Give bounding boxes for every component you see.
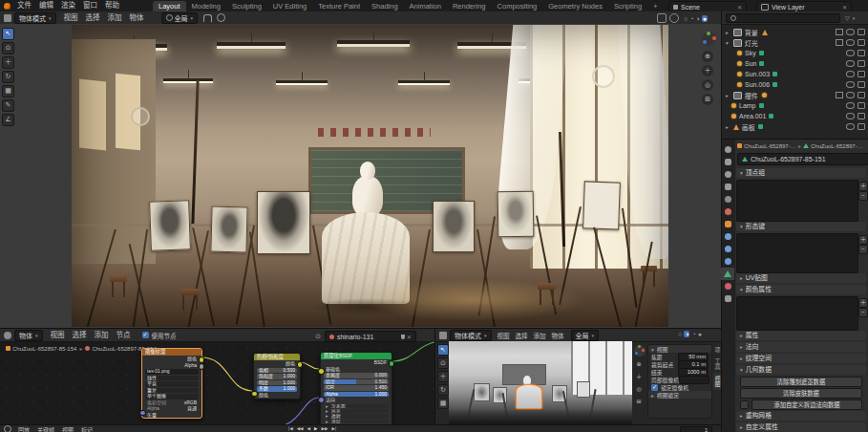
timeline-menu-playback[interactable]: 回放 xyxy=(14,425,33,432)
scale-tool[interactable]: ▦ xyxy=(2,85,14,97)
workspace-tab-shading[interactable]: Shading xyxy=(366,1,404,11)
perspective-gizmo[interactable]: ⊞ xyxy=(702,94,713,105)
rotate-tool[interactable]: ↻ xyxy=(437,384,449,396)
add-vertex-group-button[interactable]: ＋ xyxy=(858,182,868,191)
add-shape-key-button[interactable]: ＋ xyxy=(858,235,868,245)
shape-keys-panel-header[interactable]: ▾形态键 xyxy=(736,222,866,231)
scale-tool[interactable]: ▦ xyxy=(437,398,449,409)
remove-color-attribute-button[interactable]: − xyxy=(858,308,868,317)
viewport-menu-view[interactable]: 视图 xyxy=(60,12,82,24)
prev-keyframe-button[interactable]: ◀◀ xyxy=(295,426,306,431)
node-header[interactable]: 原理化BSDF xyxy=(321,353,392,359)
outliner-search-input[interactable] xyxy=(726,13,840,23)
section-coat[interactable]: ▸涂层 xyxy=(324,420,389,424)
custom-properties-panel-header[interactable]: ▸自定义属性 xyxy=(736,422,866,432)
shape-keys-list[interactable] xyxy=(736,233,858,273)
filter-icon[interactable]: ▽ xyxy=(845,14,850,21)
hide-viewport-icon[interactable] xyxy=(846,81,855,88)
hide-viewport-icon[interactable] xyxy=(846,102,855,109)
hide-viewport-icon[interactable] xyxy=(846,71,855,77)
jump-to-start-button[interactable]: |◀ xyxy=(286,426,295,431)
vector-input-socket[interactable] xyxy=(139,410,146,417)
geometry-data-panel-header[interactable]: ▾几何数据 xyxy=(736,365,866,375)
outliner-row-light[interactable]: Sun.006 xyxy=(722,79,868,90)
menu-add[interactable]: 添加 xyxy=(531,331,549,340)
workspace-tab-geometry-nodes[interactable]: Geometry Nodes xyxy=(542,1,608,11)
camera-view-gizmo[interactable]: ◎ xyxy=(702,79,713,91)
color-attributes-panel-header[interactable]: ▾颜色属性 xyxy=(736,285,866,294)
shading-solid-button[interactable]: ◑ xyxy=(684,331,689,337)
navigation-gizmo[interactable] xyxy=(702,32,716,46)
properties-tab-material[interactable] xyxy=(721,280,734,292)
ior-slider[interactable]: IOR1.450 xyxy=(324,385,389,391)
show-gizmo-toggle[interactable] xyxy=(657,13,667,23)
transform-orientation-dropdown[interactable]: 全局▾ xyxy=(571,330,600,341)
bsdf-output-socket[interactable] xyxy=(389,360,395,367)
close-icon[interactable]: ✕ xyxy=(842,4,847,11)
select-box-tool[interactable]: ↖ xyxy=(437,344,449,356)
disable-render-icon[interactable] xyxy=(857,102,865,109)
timeline-menu-marker[interactable]: 标记 xyxy=(77,425,96,432)
tab-tool[interactable]: 工具 xyxy=(712,356,721,373)
workspace-tab-modeling[interactable]: Modeling xyxy=(186,1,226,11)
node-header[interactable]: 图像纹理 xyxy=(142,349,201,356)
blender-logo-icon[interactable] xyxy=(4,3,11,10)
alpha-output-socket[interactable] xyxy=(199,363,205,370)
outliner-row-collection[interactable]: ▸背景 xyxy=(722,27,868,37)
color-output-socket[interactable] xyxy=(297,361,304,368)
annotate-tool[interactable]: ✎ xyxy=(2,99,14,112)
tab-view[interactable]: 视图 xyxy=(712,373,721,390)
close-icon[interactable]: ✕ xyxy=(737,4,742,11)
workspace-tab-rendering[interactable]: Rendering xyxy=(447,1,492,11)
rotate-tool[interactable]: ↻ xyxy=(2,71,14,83)
menu-view[interactable]: 视图 xyxy=(495,331,513,340)
zoom-gizmo[interactable]: ⊕ xyxy=(702,51,713,62)
shading-material-button[interactable]: ◑ xyxy=(695,15,699,22)
workspace-tab-uv-editing[interactable]: UV Editing xyxy=(267,1,312,11)
normals-panel-header[interactable]: ▸法向 xyxy=(736,342,866,352)
cursor-tool[interactable]: ⊙ xyxy=(2,42,14,54)
toggle-icon[interactable] xyxy=(740,400,749,409)
screen-icon[interactable] xyxy=(836,92,843,98)
clear-sculpt-mask-button[interactable]: 清除雕刻遮罩数据 xyxy=(740,377,862,387)
hide-viewport-icon[interactable] xyxy=(846,123,855,130)
principled-bsdf-node[interactable]: 原理化BSDF BSDF 基础色 金属度0.000 糙度0.500 IOR1.4… xyxy=(320,352,392,425)
uv-maps-panel-header[interactable]: ▸UV贴图 xyxy=(736,273,866,283)
menu-file[interactable]: 文件 xyxy=(13,0,35,11)
node-header[interactable]: 色相/饱和度 xyxy=(254,354,300,360)
menu-render[interactable]: 渲染 xyxy=(57,0,79,11)
transform-orientation-dropdown[interactable]: 全局▾ xyxy=(161,12,199,24)
disable-render-icon[interactable] xyxy=(857,113,865,119)
outliner-row-light[interactable]: Sun.003 xyxy=(722,69,868,79)
outliner-row-light[interactable]: Area.001 xyxy=(722,111,868,121)
move-tool[interactable]: ＋ xyxy=(437,371,449,382)
select-box-tool[interactable]: ↖ xyxy=(2,28,14,40)
shading-rendered-button[interactable]: ● xyxy=(702,15,708,22)
disable-render-icon[interactable] xyxy=(857,123,865,130)
camera-view-gizmo[interactable]: ◎ xyxy=(634,384,644,394)
image-texture-node[interactable]: 图像纹理 颜色 Alpha tex-01.png 线性 平直 重复 单个图像 色… xyxy=(141,348,202,419)
hide-viewport-icon[interactable] xyxy=(846,113,855,119)
properties-tab-output[interactable] xyxy=(721,168,734,181)
solid-selected-table[interactable] xyxy=(516,384,542,409)
navigation-gizmo[interactable] xyxy=(634,345,646,356)
extension-dropdown[interactable]: 重复 xyxy=(145,388,199,394)
chevron-down-icon[interactable]: ▾ xyxy=(853,15,856,21)
zoom-gizmo[interactable]: ⊕ xyxy=(634,359,644,369)
properties-tab-texture[interactable] xyxy=(721,292,734,305)
vertex-groups-list[interactable] xyxy=(736,180,858,222)
workspace-tab-animation[interactable]: Animation xyxy=(404,1,447,11)
section-subsurface[interactable]: ▸次表面 xyxy=(324,404,389,409)
workspace-tab-scripting[interactable]: Scripting xyxy=(608,1,647,11)
viewport-menu-select[interactable]: 选择 xyxy=(82,12,104,24)
play-button[interactable]: ▶ xyxy=(312,426,319,431)
shading-material-button[interactable]: ◔ xyxy=(691,331,695,337)
mode-dropdown[interactable]: 物体模式▾ xyxy=(14,12,56,24)
remove-shape-key-button[interactable]: − xyxy=(858,245,868,254)
shading-rendered-button[interactable]: ● xyxy=(698,331,702,337)
hide-viewport-icon[interactable] xyxy=(846,39,855,46)
disable-render-icon[interactable] xyxy=(857,39,865,46)
metallic-slider[interactable]: 金属度0.000 xyxy=(324,373,389,378)
cursor-tool[interactable]: ⊙ xyxy=(437,357,449,369)
hide-viewport-icon[interactable] xyxy=(846,60,855,67)
